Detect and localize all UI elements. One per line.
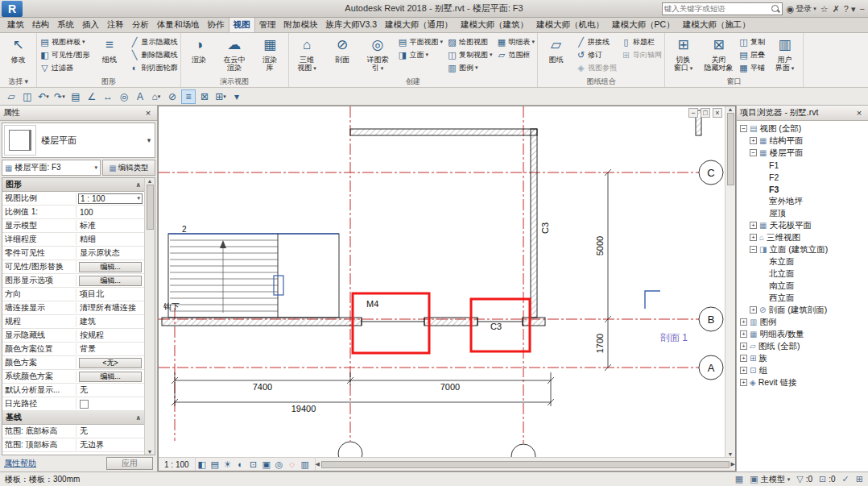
tree-item-明细表/数量[interactable]: +▦明细表/数量 [737,328,868,340]
search-icon[interactable] [771,4,780,14]
render-button[interactable]: ◑渲染 [182,34,217,77]
property-value[interactable]: 标准 [78,220,143,231]
matchline-button[interactable]: ╱拼接线 [574,35,618,48]
worksharing-display-button[interactable]: ▥ [299,459,312,470]
guide-grid-button[interactable]: ⊞导向轴网 [619,48,663,61]
cascade-button[interactable]: ▤层叠 [737,48,767,61]
undo-button[interactable]: ↶▾ [36,89,51,104]
infocenter-minimize-icon[interactable]: − [860,2,865,15]
section-button[interactable]: ⊘ [165,89,180,104]
ribbon-tab-插入[interactable]: 插入 [78,18,103,32]
thin-lines-toggle-button[interactable]: ≡ [181,89,196,104]
sign-in-button[interactable]: ◉ 登录 ▾ [787,2,816,15]
label-c3-wall[interactable]: C3 [540,222,550,234]
dim-7000[interactable]: 7000 [440,382,460,392]
tree-item-三维视图[interactable]: +⌂三维视图 [737,231,868,243]
scroll-thumb[interactable] [727,113,734,185]
property-value[interactable]: 精细 [78,234,143,245]
print-button[interactable]: ▤ [68,89,83,104]
view-type-combo[interactable]: ▦ 楼层平面: F3 ▾ [2,160,101,176]
cut-profile-button[interactable]: ◐剖切面轮廓 [128,61,180,74]
render-gallery-button[interactable]: ▦渲染 库 [253,34,287,77]
ribbon-tab-附加模块[interactable]: 附加模块 [280,18,322,32]
tree-expander[interactable]: + [750,137,757,144]
ribbon-tab-协作[interactable]: 协作 [204,18,229,32]
tree-item-东立面[interactable]: 东立面 [737,255,868,268]
tree-item-Revit 链接[interactable]: +◈Revit 链接 [737,376,868,388]
dim-5000[interactable]: 5000 [595,236,605,255]
ribbon-tab-系统[interactable]: 系统 [53,18,78,32]
duplicate-view-button[interactable]: ◫复制视图▾ [445,48,494,61]
tree-item-西立面[interactable]: 西立面 [737,292,868,304]
tree-expander[interactable]: + [750,306,757,314]
horizontal-scrollbar[interactable]: ◀ ▶ [315,458,735,471]
property-value[interactable]: 100 [78,208,143,217]
tree-expander[interactable]: + [740,330,747,338]
revisions-button[interactable]: ↺修订 [574,48,618,61]
section-view-button[interactable]: ⊘剖面 [325,34,360,77]
scroll-down-icon[interactable]: ▼ [728,451,734,457]
worksets-control[interactable]: ▦ [735,474,743,484]
ribbon-tab-建模大师（机电）[interactable]: 建模大师（机电） [532,18,608,32]
close-icon[interactable]: × [854,108,865,118]
ribbon-tab-注释[interactable]: 注释 [103,18,128,32]
tree-item-组[interactable]: +⊡组 [737,364,868,376]
ribbon-tab-体量和场地[interactable]: 体量和场地 [153,18,204,32]
close-icon[interactable]: × [143,108,154,118]
replicate-button[interactable]: ◫复制 [737,35,767,48]
selection-control[interactable]: ⊡ :0 [819,474,836,484]
tag-by-category-button[interactable]: ◎ [117,89,131,104]
3d-view-button[interactable]: ⌂三维 视图 ▾ [290,34,324,77]
property-value[interactable]: 建筑 [78,316,143,327]
drafting-view-button[interactable]: ▨绘图视图 [445,35,494,48]
apply-button[interactable]: 应用 [106,457,153,470]
tree-item-南立面[interactable]: 南立面 [737,280,868,292]
tree-expander[interactable]: + [750,234,757,241]
visual-style-button[interactable]: ◧ [196,459,209,470]
close-inactive-windows-button[interactable]: ⊠ [197,89,212,104]
ribbon-tab-建模大师（PC）[interactable]: 建模大师（PC） [608,18,679,32]
tree-expander[interactable]: − [740,125,747,132]
scroll-right-icon[interactable]: ▶ [731,461,735,467]
tree-item-结构平面[interactable]: +▦结构平面 [737,135,868,147]
chevron-down-icon[interactable]: ▾ [143,136,155,144]
render-in-cloud-button[interactable]: ☁在云中 渲染 [217,34,252,77]
tree-item-视图 (全部)[interactable]: −▤视图 (全部) [737,123,868,135]
label-c3[interactable]: C3 [490,322,502,331]
property-value-button[interactable]: 编辑... [79,276,142,286]
tree-item-屋顶[interactable]: 屋顶 [737,207,868,219]
reveal-hidden-elements-button[interactable]: ◌ [286,459,299,469]
crop-view-button[interactable]: ⊡ [247,459,260,470]
collapse-icon[interactable]: ∧ [136,181,142,189]
edit-type-button[interactable]: ▦ 编辑类型 [102,160,155,176]
user-interface-button[interactable]: ▥用户 界面 ▾ [767,34,802,77]
ribbon-tab-管理[interactable]: 管理 [255,18,280,32]
collapse-icon[interactable]: ∧ [136,414,142,422]
ribbon-tab-族库大师V3.3[interactable]: 族库大师V3.3 [322,18,382,32]
tree-item-楼层平面[interactable]: −▦楼层平面 [737,147,868,159]
temporary-hide-isolate-button[interactable]: ◎ [273,459,286,470]
tree-item-剖面 (建筑剖面)[interactable]: +⊘剖面 (建筑剖面) [737,304,868,316]
open-button[interactable]: ▱ [4,89,19,104]
tree-item-族[interactable]: +⊞族 [737,352,868,364]
design-options-control[interactable]: ▣ 主模型 ▾ [750,474,790,485]
search-input[interactable] [664,4,771,13]
scroll-down-icon[interactable]: ▼ [147,449,153,455]
vertical-scrollbar[interactable]: ▲ ▼ [725,106,735,457]
press-drag-icon[interactable]: ⊞ [856,474,863,484]
tree-expander[interactable]: + [750,222,757,229]
callout-button[interactable]: ◎详图索 引 ▾ [361,34,395,77]
view-close-icon[interactable]: × [713,108,722,118]
view-minimize-icon[interactable]: − [688,108,698,118]
property-value-button[interactable]: 编辑... [79,372,142,382]
save-button[interactable]: ◫ [20,89,35,104]
measure-button[interactable]: ∠ [85,89,99,104]
tree-expander[interactable]: − [750,149,757,156]
tree-item-F1[interactable]: F1 [737,159,868,171]
scope-box-button[interactable]: ▱范围框 [495,48,537,61]
default-3d-view-button[interactable]: ⌂▾ [149,89,163,104]
section-label[interactable]: 剖面 1 [659,332,688,343]
drawing-area[interactable]: C B A 7400 7000 19400 [158,106,736,471]
property-value[interactable]: 无 [78,384,143,396]
revit-logo[interactable]: R [2,1,23,17]
